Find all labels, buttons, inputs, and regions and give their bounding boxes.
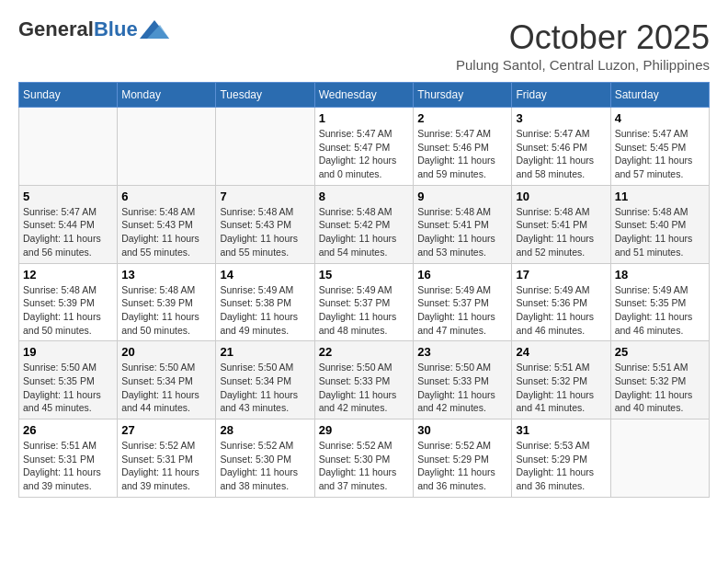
day-info: Sunrise: 5:50 AMSunset: 5:33 PMDaylight:… xyxy=(417,361,507,415)
logo-icon xyxy=(140,20,169,39)
calendar-cell: 2Sunrise: 5:47 AMSunset: 5:46 PMDaylight… xyxy=(414,108,512,186)
logo: GeneralBlue xyxy=(18,18,169,40)
day-info: Sunrise: 5:52 AMSunset: 5:30 PMDaylight:… xyxy=(220,439,310,493)
day-info: Sunrise: 5:48 AMSunset: 5:41 PMDaylight:… xyxy=(516,205,606,259)
calendar-cell: 4Sunrise: 5:47 AMSunset: 5:45 PMDaylight… xyxy=(610,108,709,186)
day-number: 6 xyxy=(121,190,211,203)
location-subtitle: Pulung Santol, Central Luzon, Philippine… xyxy=(456,57,710,73)
calendar-cell: 24Sunrise: 5:51 AMSunset: 5:32 PMDayligh… xyxy=(512,341,610,419)
day-number: 1 xyxy=(319,111,410,125)
day-info: Sunrise: 5:48 AMSunset: 5:43 PMDaylight:… xyxy=(220,205,310,259)
calendar-cell: 3Sunrise: 5:47 AMSunset: 5:46 PMDaylight… xyxy=(512,108,610,186)
header-sunday: Sunday xyxy=(19,83,118,108)
calendar-cell xyxy=(118,108,216,186)
header-tuesday: Tuesday xyxy=(216,83,314,108)
day-number: 22 xyxy=(319,345,410,359)
calendar-table: SundayMondayTuesdayWednesdayThursdayFrid… xyxy=(18,82,710,498)
calendar-cell xyxy=(19,108,118,186)
day-info: Sunrise: 5:52 AMSunset: 5:30 PMDaylight:… xyxy=(319,439,410,493)
day-number: 12 xyxy=(23,268,113,282)
calendar-cell: 19Sunrise: 5:50 AMSunset: 5:35 PMDayligh… xyxy=(19,341,118,419)
day-number: 14 xyxy=(220,268,310,282)
logo-general: General xyxy=(18,17,94,40)
day-info: Sunrise: 5:50 AMSunset: 5:34 PMDaylight:… xyxy=(220,361,310,415)
day-number: 27 xyxy=(121,423,211,437)
logo-blue: Blue xyxy=(94,17,138,40)
day-info: Sunrise: 5:48 AMSunset: 5:41 PMDaylight:… xyxy=(417,205,507,259)
header-friday: Friday xyxy=(512,83,610,108)
day-number: 13 xyxy=(121,268,211,282)
calendar-cell xyxy=(610,419,709,498)
calendar-cell: 22Sunrise: 5:50 AMSunset: 5:33 PMDayligh… xyxy=(314,341,414,419)
calendar-week-row: 12Sunrise: 5:48 AMSunset: 5:39 PMDayligh… xyxy=(19,263,710,341)
day-info: Sunrise: 5:47 AMSunset: 5:44 PMDaylight:… xyxy=(23,205,113,259)
calendar-cell: 1Sunrise: 5:47 AMSunset: 5:47 PMDaylight… xyxy=(314,108,414,186)
header-thursday: Thursday xyxy=(414,83,512,108)
day-number: 25 xyxy=(615,345,705,359)
day-info: Sunrise: 5:51 AMSunset: 5:32 PMDaylight:… xyxy=(516,361,606,415)
day-info: Sunrise: 5:47 AMSunset: 5:47 PMDaylight:… xyxy=(319,127,410,181)
calendar-cell: 20Sunrise: 5:50 AMSunset: 5:34 PMDayligh… xyxy=(118,341,216,419)
header-monday: Monday xyxy=(118,83,216,108)
day-info: Sunrise: 5:48 AMSunset: 5:39 PMDaylight:… xyxy=(23,283,113,338)
day-info: Sunrise: 5:47 AMSunset: 5:45 PMDaylight:… xyxy=(615,127,705,181)
calendar-cell: 10Sunrise: 5:48 AMSunset: 5:41 PMDayligh… xyxy=(512,185,610,263)
calendar-cell: 28Sunrise: 5:52 AMSunset: 5:30 PMDayligh… xyxy=(216,419,314,498)
day-info: Sunrise: 5:52 AMSunset: 5:31 PMDaylight:… xyxy=(121,439,211,493)
day-info: Sunrise: 5:47 AMSunset: 5:46 PMDaylight:… xyxy=(417,127,507,181)
calendar-week-row: 26Sunrise: 5:51 AMSunset: 5:31 PMDayligh… xyxy=(19,419,710,498)
calendar-cell: 21Sunrise: 5:50 AMSunset: 5:34 PMDayligh… xyxy=(216,341,314,419)
calendar-cell: 5Sunrise: 5:47 AMSunset: 5:44 PMDaylight… xyxy=(19,185,118,263)
day-info: Sunrise: 5:49 AMSunset: 5:36 PMDaylight:… xyxy=(516,283,606,338)
day-number: 26 xyxy=(23,423,113,437)
day-number: 17 xyxy=(516,268,606,282)
calendar-cell: 31Sunrise: 5:53 AMSunset: 5:29 PMDayligh… xyxy=(512,419,610,498)
day-number: 15 xyxy=(319,268,410,282)
calendar-cell: 25Sunrise: 5:51 AMSunset: 5:32 PMDayligh… xyxy=(610,341,709,419)
calendar-cell: 13Sunrise: 5:48 AMSunset: 5:39 PMDayligh… xyxy=(118,263,216,341)
day-number: 9 xyxy=(417,190,507,203)
day-info: Sunrise: 5:52 AMSunset: 5:29 PMDaylight:… xyxy=(417,439,507,493)
calendar-week-row: 1Sunrise: 5:47 AMSunset: 5:47 PMDaylight… xyxy=(19,108,710,186)
calendar-cell: 18Sunrise: 5:49 AMSunset: 5:35 PMDayligh… xyxy=(610,263,709,341)
day-info: Sunrise: 5:48 AMSunset: 5:40 PMDaylight:… xyxy=(615,205,705,259)
day-number: 24 xyxy=(516,345,606,359)
day-info: Sunrise: 5:51 AMSunset: 5:31 PMDaylight:… xyxy=(23,439,113,493)
day-info: Sunrise: 5:49 AMSunset: 5:35 PMDaylight:… xyxy=(615,283,705,338)
day-info: Sunrise: 5:49 AMSunset: 5:38 PMDaylight:… xyxy=(220,283,310,338)
day-info: Sunrise: 5:48 AMSunset: 5:39 PMDaylight:… xyxy=(121,283,211,338)
calendar-cell: 7Sunrise: 5:48 AMSunset: 5:43 PMDaylight… xyxy=(216,185,314,263)
day-number: 30 xyxy=(417,423,507,437)
day-number: 18 xyxy=(615,268,705,282)
calendar-cell: 16Sunrise: 5:49 AMSunset: 5:37 PMDayligh… xyxy=(414,263,512,341)
day-info: Sunrise: 5:49 AMSunset: 5:37 PMDaylight:… xyxy=(319,283,410,338)
day-number: 20 xyxy=(121,345,211,359)
day-number: 23 xyxy=(417,345,507,359)
calendar-cell: 14Sunrise: 5:49 AMSunset: 5:38 PMDayligh… xyxy=(216,263,314,341)
calendar-cell: 27Sunrise: 5:52 AMSunset: 5:31 PMDayligh… xyxy=(118,419,216,498)
day-info: Sunrise: 5:49 AMSunset: 5:37 PMDaylight:… xyxy=(417,283,507,338)
day-info: Sunrise: 5:50 AMSunset: 5:33 PMDaylight:… xyxy=(319,361,410,415)
day-number: 28 xyxy=(220,423,310,437)
month-title: October 2025 xyxy=(456,18,710,57)
header-wednesday: Wednesday xyxy=(314,83,414,108)
day-info: Sunrise: 5:51 AMSunset: 5:32 PMDaylight:… xyxy=(615,361,705,415)
calendar-cell: 12Sunrise: 5:48 AMSunset: 5:39 PMDayligh… xyxy=(19,263,118,341)
day-info: Sunrise: 5:53 AMSunset: 5:29 PMDaylight:… xyxy=(516,439,606,493)
calendar-cell: 9Sunrise: 5:48 AMSunset: 5:41 PMDaylight… xyxy=(414,185,512,263)
calendar-cell: 15Sunrise: 5:49 AMSunset: 5:37 PMDayligh… xyxy=(314,263,414,341)
calendar-cell: 23Sunrise: 5:50 AMSunset: 5:33 PMDayligh… xyxy=(414,341,512,419)
calendar-week-row: 19Sunrise: 5:50 AMSunset: 5:35 PMDayligh… xyxy=(19,341,710,419)
day-info: Sunrise: 5:48 AMSunset: 5:43 PMDaylight:… xyxy=(121,205,211,259)
calendar-cell: 29Sunrise: 5:52 AMSunset: 5:30 PMDayligh… xyxy=(314,419,414,498)
day-number: 19 xyxy=(23,345,113,359)
day-info: Sunrise: 5:48 AMSunset: 5:42 PMDaylight:… xyxy=(319,205,410,259)
calendar-cell: 8Sunrise: 5:48 AMSunset: 5:42 PMDaylight… xyxy=(314,185,414,263)
calendar-cell: 17Sunrise: 5:49 AMSunset: 5:36 PMDayligh… xyxy=(512,263,610,341)
calendar-cell: 6Sunrise: 5:48 AMSunset: 5:43 PMDaylight… xyxy=(118,185,216,263)
calendar-week-row: 5Sunrise: 5:47 AMSunset: 5:44 PMDaylight… xyxy=(19,185,710,263)
calendar-cell: 30Sunrise: 5:52 AMSunset: 5:29 PMDayligh… xyxy=(414,419,512,498)
calendar-cell xyxy=(216,108,314,186)
calendar-cell: 11Sunrise: 5:48 AMSunset: 5:40 PMDayligh… xyxy=(610,185,709,263)
day-number: 4 xyxy=(615,111,705,125)
